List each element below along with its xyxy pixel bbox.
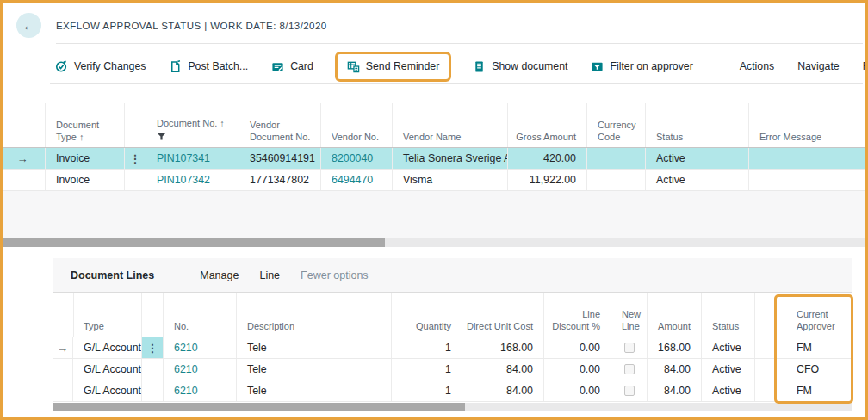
new-line-checkbox[interactable] [624, 386, 635, 396]
vendor-no-link[interactable]: 6494470 [332, 174, 373, 186]
gl-account-no-link[interactable]: 6210 [174, 385, 198, 397]
new-line-checkbox[interactable] [624, 364, 635, 374]
header-status[interactable]: Status [702, 293, 755, 337]
document-row-pin107341[interactable]: → Invoice ⋮ PIN107341 35460914191 820004… [0, 148, 868, 170]
header-new-line[interactable]: New Line [611, 293, 648, 337]
action-toolbar: Verify Changes Post Batch... Card Send R… [55, 50, 861, 83]
row-menu-cell[interactable]: ⋮ [125, 148, 146, 169]
line-menu[interactable]: Line [259, 269, 280, 281]
header-no[interactable]: No. [164, 293, 237, 337]
header-line-discount[interactable]: Line Discount % [544, 293, 611, 337]
document-row-pin107342[interactable]: Invoice PIN107342 1771347802 6494470 Vis… [0, 170, 868, 191]
actions-menu[interactable]: Actions [740, 60, 774, 72]
current-approver-cell: FM [755, 380, 852, 401]
page-title: EXFLOW APPROVAL STATUS | WORK DATE: 8/13… [56, 21, 327, 31]
row-context-menu-icon: ⋮ [147, 342, 158, 355]
header-amount[interactable]: Amount [648, 293, 702, 337]
fewer-options-menu[interactable]: Fewer options [863, 60, 868, 72]
navigate-menu[interactable]: Navigate [797, 60, 840, 72]
line-discount-cell: 0.00 [544, 359, 611, 380]
row-menu-cell[interactable] [142, 359, 164, 380]
header-error-message[interactable]: Error Message [749, 103, 868, 147]
tab-document-lines[interactable]: Document Lines [71, 269, 154, 281]
row-menu-cell[interactable] [142, 380, 164, 401]
header-document-no[interactable]: Document No. ↑ [146, 103, 239, 147]
exflow-approval-status-page: ← EXFLOW APPROVAL STATUS | WORK DATE: 8/… [0, 0, 868, 420]
vendor-no-link[interactable]: 8200040 [332, 152, 373, 164]
send-reminder-icon [347, 60, 360, 73]
scrollbar-thumb[interactable] [0, 238, 385, 247]
empty-table-area [0, 191, 868, 238]
row-selector [53, 359, 73, 380]
header-direct-unit-cost[interactable]: Direct Unit Cost [462, 293, 544, 337]
document-lines-tab-strip: Document Lines Manage Line Fewer options [53, 258, 852, 293]
show-document-button[interactable]: Show document [473, 60, 567, 73]
type-cell: G/L Account [73, 380, 142, 401]
document-line-row-2[interactable]: G/L Account 6210 Tele 1 84.00 0.00 84.00… [53, 359, 852, 380]
gl-account-no-link[interactable]: 6210 [174, 363, 198, 375]
header-status[interactable]: Status [646, 103, 749, 147]
card-button[interactable]: Card [271, 60, 313, 73]
header-document-type[interactable]: Document Type ↑ [46, 103, 125, 147]
document-type-cell: Invoice [46, 170, 125, 190]
row-menu-cell[interactable] [125, 170, 146, 190]
header-type[interactable]: Type [73, 293, 142, 337]
selected-row-arrow-icon: → [57, 342, 68, 355]
header-spacer [142, 293, 164, 337]
description-cell: Tele [237, 380, 392, 401]
card-icon [271, 60, 284, 73]
manage-menu[interactable]: Manage [200, 269, 239, 281]
line-discount-cell: 0.00 [544, 380, 611, 401]
row-selector [53, 380, 73, 401]
document-lines-header: Type No. Description Quantity Direct Uni… [53, 293, 852, 337]
header-current-approver[interactable]: Current Approver [755, 293, 852, 337]
document-lines-horizontal-scrollbar[interactable] [53, 403, 852, 411]
quantity-cell: 1 [392, 337, 462, 358]
verify-changes-button[interactable]: Verify Changes [55, 60, 146, 73]
status-cell: Active [702, 380, 755, 401]
quantity-cell: 1 [392, 380, 462, 401]
header-vendor-document-no[interactable]: Vendor Document No. [239, 103, 321, 147]
header-quantity[interactable]: Quantity [392, 293, 462, 337]
new-line-checkbox[interactable] [624, 343, 635, 353]
type-cell: G/L Account [73, 359, 142, 380]
new-line-cell [611, 359, 648, 380]
error-message-cell [749, 148, 868, 169]
quantity-cell: 1 [392, 359, 462, 380]
filter-on-approver-label: Filter on approver [610, 60, 692, 72]
back-arrow-icon: ← [22, 18, 35, 33]
no-cell: 6210 [164, 337, 237, 358]
description-cell: Tele [237, 337, 392, 358]
document-line-row-1[interactable]: → G/L Account ⋮ 6210 Tele 1 168.00 0.00 … [53, 337, 852, 359]
header-vendor-name[interactable]: Vendor Name [393, 103, 508, 147]
post-batch-button[interactable]: Post Batch... [169, 60, 248, 73]
lines-fewer-options-menu[interactable]: Fewer options [301, 269, 369, 281]
gross-amount-cell: 420.00 [508, 148, 587, 169]
vendor-no-cell: 8200040 [321, 148, 393, 169]
document-line-row-3[interactable]: G/L Account 6210 Tele 1 84.00 0.00 84.00… [53, 380, 852, 402]
scrollbar-thumb[interactable] [53, 403, 465, 411]
current-approver-cell: CFO [755, 359, 852, 380]
filter-funnel-icon [157, 131, 166, 143]
header-gross-amount[interactable]: Gross Amount [508, 103, 587, 147]
back-button[interactable]: ← [16, 13, 41, 38]
document-type-cell: Invoice [46, 148, 125, 169]
send-reminder-button[interactable]: Send Reminder [347, 60, 439, 73]
documents-horizontal-scrollbar[interactable] [0, 238, 868, 247]
header-vendor-no[interactable]: Vendor No. [321, 103, 393, 147]
documents-table: Document Type ↑ Document No. ↑ Vendor Do… [0, 103, 868, 191]
gl-account-no-link[interactable]: 6210 [174, 342, 198, 354]
row-menu-cell[interactable]: ⋮ [142, 337, 164, 358]
header-row-selector [0, 103, 46, 147]
filter-on-approver-button[interactable]: Filter on approver [591, 60, 692, 73]
vendor-document-no-cell: 35460914191 [239, 148, 321, 169]
card-label: Card [290, 60, 313, 72]
header-description[interactable]: Description [237, 293, 392, 337]
selected-row-arrow-icon: → [17, 152, 28, 165]
document-no-link[interactable]: PIN107342 [157, 174, 210, 186]
header-currency-code[interactable]: Currency Code [587, 103, 646, 147]
tab-divider [177, 265, 177, 286]
row-selector: → [53, 337, 73, 358]
document-no-link[interactable]: PIN107341 [157, 152, 210, 164]
no-cell: 6210 [164, 359, 237, 380]
